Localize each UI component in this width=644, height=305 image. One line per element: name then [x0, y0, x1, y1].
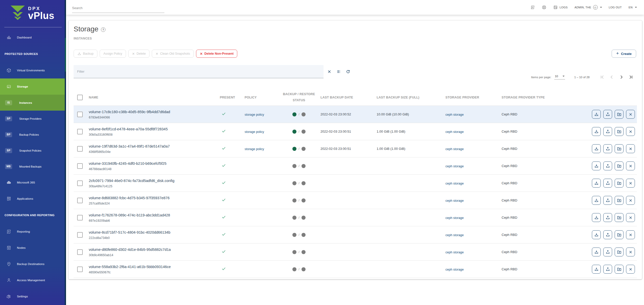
row-mount-button[interactable] — [615, 265, 624, 274]
logs-button[interactable]: LOGS — [553, 5, 568, 10]
sidebar-item-reporting[interactable]: Reporting — [0, 223, 65, 240]
instance-name-link[interactable]: volume-19f7d63d-3a1c-47a4-89f1-87de5147a… — [89, 144, 213, 149]
row-checkbox[interactable] — [77, 215, 83, 220]
instance-name-link[interactable]: 2cfc0971-7994-46e0-874c-fa73cd5adfd6_dis… — [89, 178, 213, 183]
row-restore-button[interactable] — [603, 196, 612, 205]
first-page-button[interactable] — [599, 74, 605, 80]
row-mount-button[interactable] — [615, 213, 624, 222]
row-delete-button[interactable] — [626, 213, 635, 222]
row-checkbox[interactable] — [77, 146, 83, 152]
row-restore-button[interactable] — [603, 161, 612, 170]
row-backup-button[interactable] — [592, 144, 601, 153]
sidebar-item-nodes[interactable]: Nodes — [0, 240, 65, 256]
row-checkbox[interactable] — [77, 267, 83, 272]
storage-provider-link[interactable]: ceph storage — [445, 233, 464, 237]
policy-link[interactable]: storage policy — [245, 130, 264, 134]
instance-name-link[interactable]: volume-331940fb-4245-4df0-b210-b69cefcf5… — [89, 161, 213, 166]
sidebar-item-storage[interactable]: Storage — [0, 78, 65, 95]
row-delete-button[interactable] — [626, 196, 635, 205]
language-menu[interactable]: EN — [629, 6, 637, 9]
report-icon[interactable] — [530, 5, 535, 10]
row-backup-button[interactable] — [592, 196, 601, 205]
create-button[interactable]: + Create — [612, 50, 636, 58]
assign-policy-button[interactable]: Assign Policy — [100, 50, 126, 58]
storage-provider-link[interactable]: ceph storage — [445, 251, 464, 254]
title-help-icon[interactable]: ? — [101, 27, 105, 32]
row-delete-button[interactable] — [626, 230, 635, 239]
filter-input[interactable] — [77, 70, 320, 73]
row-delete-button[interactable] — [626, 179, 635, 188]
storage-provider-link[interactable]: ceph storage — [445, 216, 464, 220]
sidebar-subitem-snapshot-policies[interactable]: SPSnapshot Policies — [0, 143, 65, 158]
row-delete-button[interactable] — [626, 110, 635, 119]
row-restore-button[interactable] — [603, 213, 612, 222]
select-all-checkbox[interactable] — [77, 95, 83, 100]
columns-menu-icon[interactable] — [336, 69, 341, 74]
storage-provider-link[interactable]: ceph storage — [445, 182, 464, 185]
row-checkbox[interactable] — [77, 232, 83, 238]
row-restore-button[interactable] — [603, 230, 612, 239]
row-mount-button[interactable] — [615, 161, 624, 170]
sidebar-item-virtual-environments[interactable]: Virtual Environments — [0, 62, 65, 78]
sidebar-subitem-storage-providers[interactable]: SPStorage Providers — [0, 111, 65, 127]
storage-provider-link[interactable]: ceph storage — [445, 199, 464, 202]
row-checkbox[interactable] — [77, 129, 83, 134]
row-checkbox[interactable] — [77, 198, 83, 203]
row-backup-button[interactable] — [592, 110, 601, 119]
last-page-button[interactable] — [628, 74, 634, 80]
row-backup-button[interactable] — [592, 127, 601, 136]
row-backup-button[interactable] — [592, 213, 601, 222]
sidebar-subitem-instances[interactable]: ISInstances — [0, 95, 65, 111]
row-mount-button[interactable] — [615, 127, 624, 136]
policy-link[interactable]: storage policy — [245, 147, 264, 151]
sidebar-item-settings[interactable]: Settings — [0, 288, 65, 304]
delete-button[interactable]: ✕ Delete — [128, 50, 149, 58]
row-backup-button[interactable] — [592, 265, 601, 274]
brand-logo[interactable]: DPX vPlus — [0, 0, 65, 27]
search-input[interactable] — [72, 6, 164, 10]
row-backup-button[interactable] — [592, 179, 601, 188]
instance-name-link[interactable]: volume-8d683882-fcbc-4d75-b345-97f35937e… — [89, 196, 213, 200]
sidebar-item-applications[interactable]: Applications — [0, 191, 65, 207]
clean-old-snapshots-button[interactable]: ✕ Clean Old Snapshots — [152, 50, 194, 58]
row-delete-button[interactable] — [626, 265, 635, 274]
row-delete-button[interactable] — [626, 161, 635, 170]
page-size-select[interactable]: 10 — [554, 75, 565, 79]
row-delete-button[interactable] — [626, 248, 635, 256]
instance-name-link[interactable]: volume-d80fe860-d302-4d1e-84b5-95d5882c7… — [89, 247, 213, 252]
sidebar-item-access-management[interactable]: Access Management — [0, 272, 65, 288]
row-checkbox[interactable] — [77, 112, 83, 117]
next-page-button[interactable] — [618, 74, 624, 80]
row-mount-button[interactable] — [615, 248, 624, 256]
row-checkbox[interactable] — [77, 163, 83, 169]
row-mount-button[interactable] — [615, 110, 624, 119]
storage-provider-link[interactable]: ceph storage — [445, 165, 464, 168]
row-restore-button[interactable] — [603, 127, 612, 136]
row-checkbox[interactable] — [77, 180, 83, 186]
sidebar-item-backup-destinations[interactable]: Backup Destinations — [0, 256, 65, 272]
row-mount-button[interactable] — [615, 230, 624, 239]
sidebar-item-dashboard[interactable]: Dashboard — [0, 29, 65, 46]
backup-button[interactable]: Backup — [74, 50, 97, 58]
policy-link[interactable]: storage policy — [245, 113, 264, 116]
sidebar-item-microsoft-365[interactable]: Microsoft 365 — [0, 174, 65, 191]
user-menu[interactable]: ADMIN, THE O — [574, 5, 602, 10]
storage-provider-link[interactable]: ceph storage — [445, 130, 464, 134]
row-restore-button[interactable] — [603, 265, 612, 274]
storage-provider-link[interactable]: ceph storage — [445, 147, 464, 151]
row-restore-button[interactable] — [603, 179, 612, 188]
delete-non-present-button[interactable]: ✕ Delete Non-Present — [196, 50, 237, 58]
row-mount-button[interactable] — [615, 144, 624, 153]
sidebar-subitem-mounted-backups[interactable]: MBMounted Backups — [0, 158, 65, 174]
storage-provider-link[interactable]: ceph storage — [445, 113, 464, 116]
row-mount-button[interactable] — [615, 196, 624, 205]
logout-button[interactable]: LOG OUT — [609, 6, 622, 9]
row-delete-button[interactable] — [626, 144, 635, 153]
row-checkbox[interactable] — [77, 249, 83, 255]
row-backup-button[interactable] — [592, 230, 601, 239]
row-restore-button[interactable] — [603, 248, 612, 256]
help-lifebuoy-icon[interactable] — [542, 5, 546, 10]
instance-name-link[interactable]: volume-17c8c180-c38b-40d5-859c-9fb4dd7d6… — [89, 110, 213, 114]
clear-filter-icon[interactable] — [327, 69, 332, 74]
row-backup-button[interactable] — [592, 248, 601, 256]
